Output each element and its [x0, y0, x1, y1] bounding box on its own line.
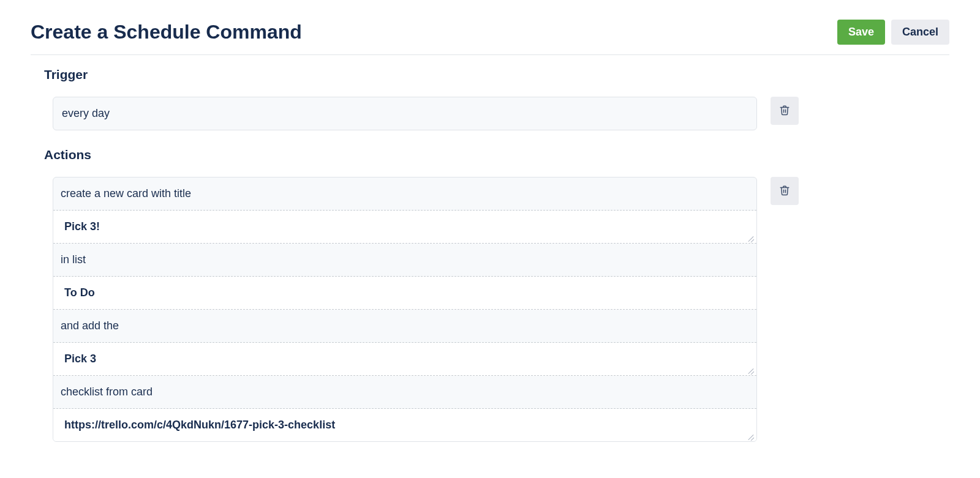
actions-section: Actions create a new card with title Pic… — [31, 148, 949, 442]
resize-handle-icon[interactable] — [747, 433, 754, 440]
action-input-value: Pick 3 — [64, 353, 96, 365]
action-input-value: To Do — [64, 286, 95, 299]
cancel-button[interactable]: Cancel — [891, 20, 949, 45]
save-button[interactable]: Save — [837, 20, 885, 45]
action-box: create a new card with title Pick 3! in … — [53, 177, 757, 442]
page-header: Create a Schedule Command Save Cancel — [31, 20, 949, 55]
action-input-value: https://trello.com/c/4QkdNukn/1677-pick-… — [64, 419, 335, 431]
trigger-section: Trigger every day — [31, 67, 949, 130]
actions-section-label: Actions — [44, 148, 949, 162]
action-input-url[interactable]: https://trello.com/c/4QkdNukn/1677-pick-… — [53, 409, 756, 441]
action-input-list[interactable]: To Do — [53, 277, 756, 310]
action-text-segment: checklist from card — [53, 376, 756, 409]
trigger-section-label: Trigger — [44, 67, 949, 82]
header-buttons: Save Cancel — [837, 20, 949, 45]
action-input-value: Pick 3! — [64, 220, 100, 233]
trash-icon — [779, 105, 790, 118]
page-title: Create a Schedule Command — [31, 21, 302, 43]
trigger-value-box[interactable]: every day — [53, 97, 757, 130]
action-text-segment: in list — [53, 244, 756, 277]
delete-action-button[interactable] — [771, 177, 799, 205]
action-input-title[interactable]: Pick 3! — [53, 211, 756, 244]
action-input-checklist[interactable]: Pick 3 — [53, 343, 756, 376]
resize-handle-icon[interactable] — [747, 234, 754, 242]
trash-icon — [779, 185, 790, 198]
delete-trigger-button[interactable] — [771, 97, 799, 125]
resize-handle-icon[interactable] — [747, 367, 754, 374]
action-text-segment: create a new card with title — [53, 177, 756, 211]
action-text-segment: and add the — [53, 310, 756, 343]
trigger-value: every day — [62, 107, 110, 119]
